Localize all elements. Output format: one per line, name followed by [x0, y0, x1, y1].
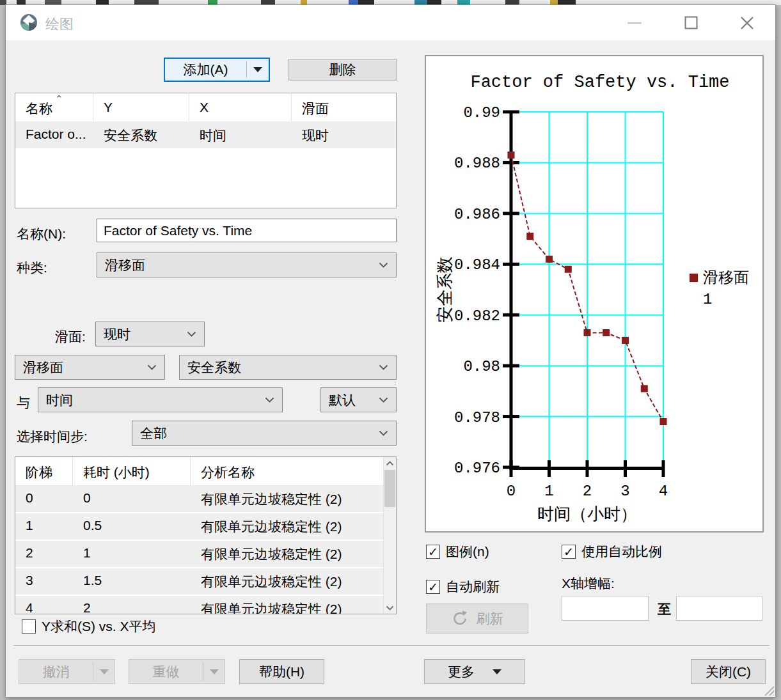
svg-text:1: 1 — [544, 483, 553, 500]
column-header-analysis[interactable]: 分析名称 — [191, 457, 396, 485]
chevron-down-icon — [379, 430, 388, 436]
undo-button[interactable]: 撤消 — [19, 659, 115, 684]
table-cell: 1 — [73, 541, 191, 567]
table-cell: 0.5 — [73, 513, 191, 540]
table-cell: 有限单元边坡稳定性 (2) — [191, 486, 383, 512]
checkbox-box — [562, 545, 576, 559]
column-header-slip[interactable]: 滑面 — [292, 93, 396, 121]
series-table-body: Factor o...安全系数时间现时 — [15, 122, 396, 150]
redo-button[interactable]: 重做 — [129, 659, 225, 684]
caret-down-icon — [253, 67, 262, 72]
steps-scrollbar[interactable] — [383, 457, 396, 614]
maximize-button[interactable] — [663, 5, 719, 40]
svg-text:2: 2 — [583, 483, 592, 500]
x-max-field[interactable] — [676, 596, 762, 621]
table-cell: 现时 — [292, 122, 396, 148]
redo-button-label: 重做 — [129, 663, 203, 681]
steps-table[interactable]: 阶梯 耗时 (小时) 分析名称 00有限单元边坡稳定性 (2)10.5有限单元边… — [15, 456, 397, 614]
resize-grip[interactable] — [763, 685, 774, 696]
default-select[interactable]: 默认 — [320, 387, 397, 412]
table-cell: 2 — [15, 541, 73, 567]
series-table[interactable]: 名称 ⌃ Y X 滑面 Factor o...安全系数时间现时 — [15, 93, 397, 208]
table-cell: Factor o... — [15, 122, 93, 148]
y-quantity-select[interactable]: 安全系数 — [179, 355, 397, 380]
steps-table-body: 00有限单元边坡稳定性 (2)10.5有限单元边坡稳定性 (2)21有限单元边坡… — [15, 486, 383, 614]
table-row[interactable]: 21有限单元边坡稳定性 (2) — [15, 541, 383, 568]
delete-button-label: 删除 — [329, 61, 356, 79]
svg-text:时间（小时）: 时间（小时） — [537, 506, 637, 525]
table-cell: 时间 — [189, 122, 292, 148]
svg-text:4: 4 — [659, 483, 668, 500]
svg-text:0: 0 — [507, 483, 516, 500]
table-row[interactable]: 10.5有限单元边坡稳定性 (2) — [15, 513, 383, 541]
slip-select[interactable]: 现时 — [95, 322, 205, 346]
help-button[interactable]: 帮助(H) — [239, 659, 324, 684]
caret-down-icon — [210, 669, 219, 674]
redo-dropdown-arrow[interactable] — [203, 669, 225, 674]
table-cell: 0 — [15, 486, 73, 512]
scroll-down-button[interactable] — [384, 602, 396, 614]
sort-ascending-icon: ⌃ — [55, 93, 63, 105]
table-row[interactable]: 00有限单元边坡稳定性 (2) — [15, 486, 383, 513]
table-cell: 2 — [73, 596, 191, 614]
checkbox-box — [22, 619, 36, 634]
sum-checkbox[interactable]: Y求和(S) vs. X平均 — [22, 618, 156, 635]
close-button[interactable]: 关闭(C) — [691, 659, 766, 684]
slip-select-value: 现时 — [104, 325, 130, 343]
column-header-x[interactable]: X — [189, 93, 292, 121]
more-button[interactable]: 更多 — [424, 659, 525, 684]
legend-checkbox[interactable]: 图例(n) — [426, 543, 489, 561]
series-kind-select[interactable]: 滑移面 — [15, 355, 165, 380]
minimize-icon — [627, 22, 642, 24]
column-header-name[interactable]: 名称 ⌃ — [15, 93, 93, 121]
svg-text:0.986: 0.986 — [454, 206, 500, 223]
caret-down-icon — [100, 669, 109, 674]
titlebar[interactable]: 绘图 — [6, 5, 775, 40]
table-row[interactable]: Factor o...安全系数时间现时 — [15, 122, 396, 150]
x-range-label: X轴增幅: — [562, 575, 615, 593]
table-cell: 1 — [15, 513, 73, 540]
series-table-header[interactable]: 名称 ⌃ Y X 滑面 — [15, 93, 396, 122]
name-input-value: Factor of Safety vs. Time — [104, 223, 252, 238]
chevron-down-icon — [147, 364, 157, 370]
column-header-elapsed[interactable]: 耗时 (小时) — [73, 457, 191, 485]
steps-table-header[interactable]: 阶梯 耗时 (小时) 分析名称 — [15, 457, 396, 486]
table-row[interactable]: 31.5有限单元边坡稳定性 (2) — [15, 568, 383, 596]
undo-dropdown-arrow[interactable] — [93, 669, 114, 674]
kind-label: 种类: — [17, 259, 47, 277]
close-icon — [740, 16, 754, 30]
svg-text:0.99: 0.99 — [463, 104, 500, 121]
close-window-button[interactable] — [719, 5, 775, 40]
window-title: 绘图 — [45, 15, 74, 34]
scroll-up-button[interactable] — [384, 457, 396, 469]
more-button-label: 更多 — [448, 663, 475, 681]
undo-button-label: 撤消 — [19, 663, 93, 681]
table-cell: 1.5 — [73, 568, 191, 595]
separator — [13, 645, 769, 646]
plot-dialog: 绘图 添加(A) 删除 名称 ⌃ Y X 滑面 — [5, 4, 776, 697]
delete-button[interactable]: 删除 — [288, 59, 397, 81]
chevron-down-icon — [187, 331, 196, 337]
scrollbar-thumb[interactable] — [384, 470, 395, 507]
refresh-button[interactable]: 刷新 — [426, 603, 528, 634]
chart-canvas: 0.990.9880.9860.9840.9820.980.9780.97601… — [426, 56, 762, 531]
chevron-down-icon — [379, 262, 388, 268]
chevron-down-icon — [265, 397, 274, 403]
x-quantity-select[interactable]: 时间 — [38, 387, 283, 412]
name-input[interactable]: Factor of Safety vs. Time — [97, 219, 397, 242]
timestep-select[interactable]: 全部 — [132, 421, 397, 446]
table-cell: 安全系数 — [93, 122, 189, 148]
timestep-select-value: 全部 — [140, 424, 167, 442]
table-row[interactable]: 42有限单元边坡稳定性 (2) — [15, 596, 383, 614]
kind-select[interactable]: 滑移面 — [97, 253, 397, 277]
minimize-button[interactable] — [606, 5, 663, 40]
add-dropdown-arrow[interactable] — [247, 67, 269, 72]
chevron-up-icon — [386, 461, 394, 466]
column-header-y[interactable]: Y — [93, 93, 189, 121]
autoscale-checkbox[interactable]: 使用自动比例 — [562, 543, 662, 561]
x-min-field[interactable] — [562, 596, 649, 621]
autorefresh-checkbox[interactable]: 自动刷新 — [426, 578, 500, 596]
svg-text:0.978: 0.978 — [454, 409, 500, 426]
add-button[interactable]: 添加(A) — [164, 58, 270, 82]
column-header-step[interactable]: 阶梯 — [15, 457, 73, 485]
